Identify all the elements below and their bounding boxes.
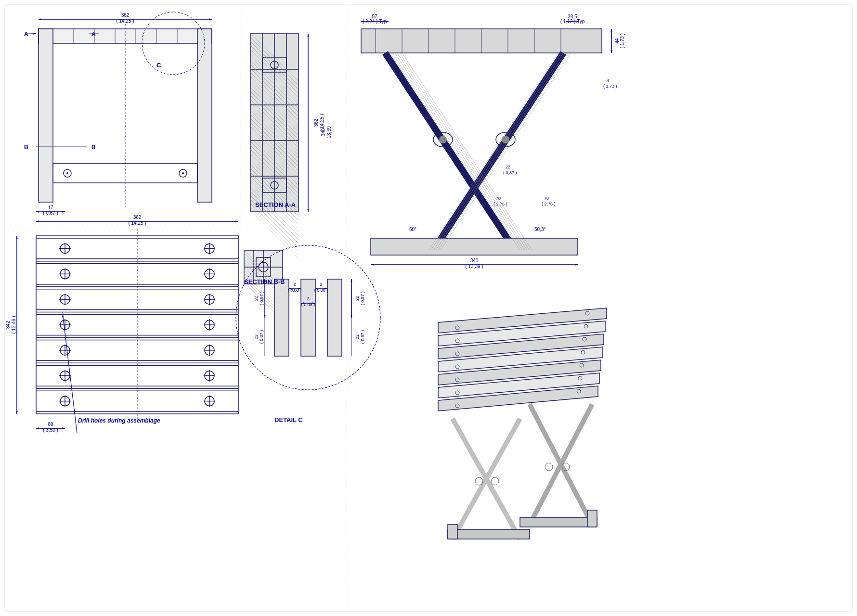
drill-holes-label: Drill holes during assemblage <box>78 417 160 424</box>
detail-c-label: DETAIL C <box>274 416 303 424</box>
section-aa-label: SECTION A-A <box>255 201 296 208</box>
section-bb-label: SECTION B-B <box>244 278 285 285</box>
